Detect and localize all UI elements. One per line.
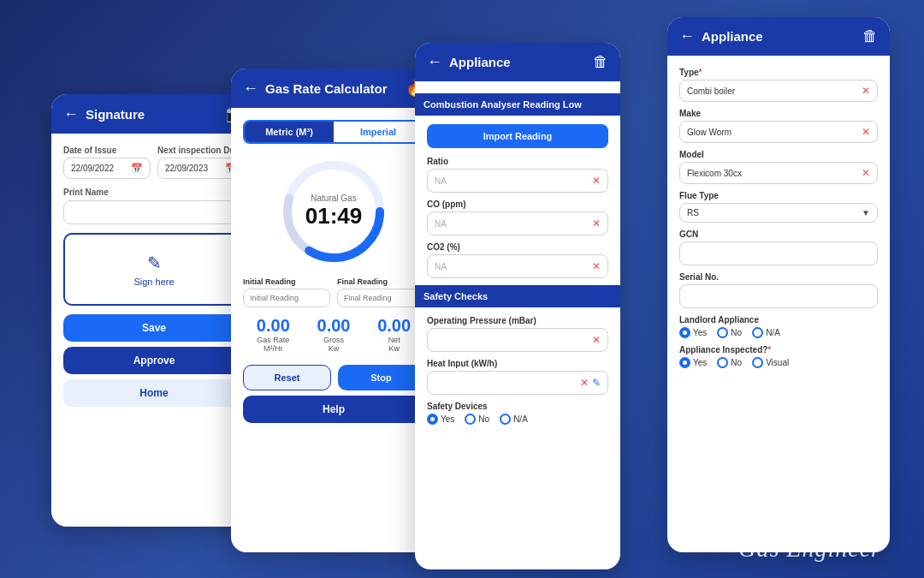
safety-yes-radio[interactable] (427, 414, 438, 425)
final-reading-input[interactable] (337, 289, 424, 307)
flue-type-arrow-icon: ▼ (862, 208, 870, 217)
initial-reading-input[interactable] (243, 289, 330, 307)
inspected-no-option[interactable]: No (717, 357, 742, 368)
gas-rate-header: ← Gas Rate Calculator 🔥 (231, 69, 436, 108)
calendar-icon: 📅 (131, 163, 143, 174)
safety-na-label: N/A (513, 414, 528, 424)
trash-icon-right[interactable]: 🗑 (862, 27, 878, 45)
make-clear-icon[interactable]: ✕ (862, 126, 870, 138)
appliance-mid-title: Appliance (449, 55, 586, 69)
net-unit: Kw (377, 344, 411, 353)
flue-type-input[interactable]: RS ▼ (679, 203, 878, 223)
heat-clear-icon[interactable]: ✕ (580, 377, 589, 389)
gross-value: 0.00 (317, 316, 351, 336)
gas-rate-unit: M³/Hr (257, 344, 290, 353)
imperial-button[interactable]: Imperial (334, 122, 423, 142)
serial-input[interactable] (679, 284, 878, 308)
safety-no-option[interactable]: No (465, 414, 489, 425)
inspected-radio-group: Yes No Visual (679, 357, 878, 368)
heat-icons: ✕ ✎ (580, 377, 601, 389)
sign-box[interactable]: ✎ Sign here (63, 233, 245, 306)
gauge-text: Natural Gas 01:49 (305, 194, 363, 229)
make-label: Make (679, 109, 878, 118)
reset-button[interactable]: Reset (243, 365, 331, 390)
operating-clear-icon[interactable]: ✕ (592, 334, 601, 346)
gcn-input[interactable] (679, 241, 878, 265)
type-clear-icon[interactable]: ✕ (862, 85, 870, 97)
safety-na-option[interactable]: N/A (500, 414, 528, 425)
landlord-yes-radio[interactable] (679, 327, 690, 338)
inspected-visual-option[interactable]: Visual (752, 357, 789, 368)
model-label: Model (679, 150, 878, 159)
heat-calc-icon[interactable]: ✎ (592, 377, 601, 389)
appliance-right-header: ← Appliance 🗑 (667, 17, 890, 56)
co2-input[interactable]: NA ✕ (427, 254, 608, 278)
make-value: Glow Worm (687, 128, 732, 137)
trash-icon-mid[interactable]: 🗑 (593, 53, 608, 71)
appliance-right-back-arrow[interactable]: ← (679, 27, 695, 45)
gross-unit: Kw (317, 344, 351, 353)
net-label: Net (377, 336, 411, 344)
signature-title: Signature (86, 107, 219, 122)
gross-label: Gross (317, 336, 351, 344)
inspected-required-star: * (767, 345, 771, 355)
inspected-visual-radio[interactable] (752, 357, 763, 368)
net-col: 0.00 Net Kw (377, 316, 411, 353)
inspected-no-radio[interactable] (717, 357, 728, 368)
heat-input[interactable]: ✕ ✎ (427, 371, 608, 395)
gas-rate-card: ← Gas Rate Calculator 🔥 Metric (M³) Impe… (231, 69, 436, 552)
home-button[interactable]: Home (63, 379, 245, 407)
gas-back-arrow[interactable]: ← (243, 80, 258, 98)
save-button[interactable]: Save (63, 314, 245, 342)
landlord-yes-option[interactable]: Yes (679, 327, 707, 338)
ratio-clear-icon[interactable]: ✕ (592, 175, 601, 187)
print-name-label: Print Name (63, 188, 245, 197)
inspected-yes-radio[interactable] (679, 357, 690, 368)
ratio-input[interactable]: NA ✕ (427, 169, 608, 193)
operating-input[interactable]: ✕ (427, 328, 608, 352)
gauge-label: Natural Gas (305, 194, 363, 203)
inspected-no-label: No (731, 358, 742, 367)
model-clear-icon[interactable]: ✕ (862, 167, 870, 179)
serial-label: Serial No. (679, 272, 878, 282)
stop-button[interactable]: Stop (338, 365, 424, 390)
combustion-section-banner: Combustion Analyser Reading Low (415, 93, 620, 116)
safety-no-radio[interactable] (465, 414, 476, 425)
co2-clear-icon[interactable]: ✕ (592, 260, 601, 272)
landlord-no-radio[interactable] (717, 327, 728, 338)
approve-button[interactable]: Approve (63, 347, 245, 374)
initial-reading-label: Initial Reading (243, 277, 330, 286)
model-input[interactable]: Flexicom 30cx ✕ (679, 162, 878, 184)
co-clear-icon[interactable]: ✕ (592, 217, 601, 229)
landlord-na-label: N/A (766, 328, 780, 337)
signature-back-arrow[interactable]: ← (63, 105, 79, 123)
inspected-yes-option[interactable]: Yes (679, 357, 707, 368)
date-of-issue-input[interactable]: 22/09/2022 📅 (63, 158, 151, 179)
landlord-na-radio[interactable] (752, 327, 763, 338)
co-value: NA (435, 219, 447, 229)
landlord-na-option[interactable]: N/A (752, 327, 780, 338)
net-value: 0.00 (377, 316, 411, 336)
safety-yes-option[interactable]: Yes (427, 414, 454, 425)
type-value: Combi boiler (687, 86, 735, 96)
gauge-container: Natural Gas 01:49 (243, 156, 424, 267)
make-input[interactable]: Glow Worm ✕ (679, 121, 878, 143)
reset-stop-row: Reset Stop (243, 365, 424, 390)
appliance-right-body: Type* Combi boiler ✕ Make Glow Worm ✕ Mo… (667, 56, 890, 387)
co-label: CO (ppm) (427, 200, 608, 209)
sign-here-label: Sign here (133, 277, 174, 287)
landlord-no-option[interactable]: No (717, 327, 742, 338)
co-input[interactable]: NA ✕ (427, 212, 608, 235)
print-name-input[interactable] (63, 200, 245, 224)
date-row: Date of Issue 22/09/2022 📅 Next inspecti… (63, 146, 245, 179)
landlord-radio-group: Yes No N/A (679, 327, 878, 338)
import-reading-button[interactable]: Import Reading (427, 124, 608, 148)
appliance-mid-back-arrow[interactable]: ← (427, 53, 442, 71)
final-reading-col: Final Reading (337, 277, 424, 307)
appliance-mid-header: ← Appliance 🗑 (415, 43, 620, 81)
type-input[interactable]: Combi boiler ✕ (679, 80, 878, 102)
next-inspection-value: 22/09/2023 (165, 164, 208, 173)
safety-na-radio[interactable] (500, 414, 511, 425)
metric-button[interactable]: Metric (M³) (245, 122, 334, 142)
help-button[interactable]: Help (243, 396, 424, 423)
